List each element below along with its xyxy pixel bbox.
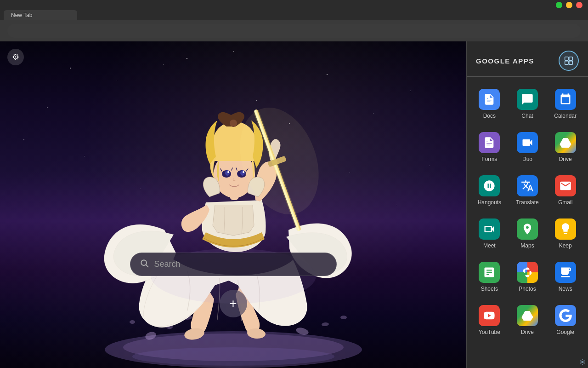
drive-icon: [555, 132, 576, 153]
tab-label: New Tab: [11, 12, 32, 18]
gmail-label: Gmail: [558, 199, 572, 206]
svg-point-22: [227, 171, 229, 173]
forms-label: Forms: [481, 156, 497, 162]
svg-point-33: [582, 361, 583, 363]
add-shortcut-button[interactable]: +: [220, 290, 247, 317]
browser-chrome: New Tab: [0, 0, 588, 41]
svg-point-7: [340, 316, 347, 319]
apps-grid: DocsChatCalendarFormsDuoDriveHangoutsTra…: [467, 84, 588, 340]
settings-button[interactable]: ⚙: [7, 49, 24, 65]
svg-point-20: [225, 170, 230, 176]
app-item-calendar[interactable]: Calendar: [548, 84, 582, 124]
docs-icon: [479, 89, 500, 110]
search-placeholder: Search: [154, 259, 181, 269]
svg-point-24: [132, 347, 334, 366]
svg-rect-29: [565, 57, 569, 61]
app-item-chat[interactable]: Chat: [510, 84, 545, 124]
green-light[interactable]: [556, 2, 562, 8]
drive-label: Drive: [559, 156, 572, 162]
gear-icon: ⚙: [12, 52, 19, 62]
app-item-sheets[interactable]: Sheets: [472, 257, 507, 297]
red-light[interactable]: [576, 2, 582, 8]
news-label: News: [559, 286, 572, 292]
duo-icon: [517, 132, 538, 153]
photos-icon: [517, 262, 538, 283]
meet-icon: [479, 218, 500, 240]
svg-point-17: [230, 120, 237, 127]
app-item-news[interactable]: News: [548, 257, 582, 297]
search-icon: [140, 259, 149, 270]
svg-rect-31: [565, 61, 569, 65]
apps-panel: GOOGLE APPS DocsChatCalendarFormsDuoDriv…: [466, 41, 588, 368]
app-item-youtube[interactable]: YouTube: [472, 300, 507, 340]
docs-label: Docs: [483, 113, 496, 119]
search-bar[interactable]: Search: [130, 253, 337, 276]
calendar-label: Calendar: [554, 113, 577, 119]
forms-icon: [479, 132, 500, 153]
app-item-duo[interactable]: Duo: [510, 127, 545, 167]
main-content: ⚙ Search + GOOGLE APPS: [0, 41, 588, 368]
app-item-maps[interactable]: Maps: [510, 214, 545, 253]
app-item-drive2[interactable]: Drive: [510, 300, 545, 340]
app-item-translate[interactable]: Translate: [510, 171, 545, 210]
sheets-icon: [479, 262, 500, 283]
youtube-icon: [479, 305, 500, 326]
app-item-google[interactable]: Google: [548, 300, 582, 340]
app-item-meet[interactable]: Meet: [472, 214, 507, 253]
hangouts-label: Hangouts: [478, 199, 501, 206]
address-bar[interactable]: [7, 24, 581, 38]
character-container: [96, 69, 371, 368]
apps-header: GOOGLE APPS: [467, 51, 588, 77]
news-icon: [555, 262, 576, 283]
browser-tab[interactable]: New Tab: [4, 10, 77, 20]
svg-point-6: [130, 320, 135, 324]
drive2-icon: [517, 305, 538, 326]
sheets-label: Sheets: [481, 286, 498, 292]
meet-label: Meet: [483, 242, 496, 249]
title-bar: [0, 0, 588, 10]
apps-title: GOOGLE APPS: [476, 57, 534, 65]
translate-icon: [517, 175, 538, 196]
apps-settings-button[interactable]: [559, 51, 579, 71]
svg-rect-32: [569, 61, 573, 65]
app-item-keep[interactable]: Keep: [548, 214, 582, 253]
calendar-icon: [555, 89, 576, 110]
maps-icon: [517, 218, 538, 240]
app-item-docs[interactable]: Docs: [472, 84, 507, 124]
traffic-lights: [556, 2, 582, 8]
google-icon: [555, 305, 576, 326]
keep-label: Keep: [559, 242, 572, 249]
wallpaper-panel: ⚙ Search +: [0, 41, 466, 368]
chat-icon: [517, 89, 538, 110]
maps-label: Maps: [520, 242, 534, 249]
app-item-drive[interactable]: Drive: [548, 127, 582, 167]
plus-icon: +: [229, 296, 237, 311]
tab-bar: New Tab: [0, 10, 588, 20]
translate-label: Translate: [516, 199, 539, 206]
youtube-label: YouTube: [479, 329, 500, 335]
hangouts-icon: [479, 175, 500, 196]
address-input[interactable]: [13, 28, 575, 34]
svg-line-28: [146, 265, 148, 267]
svg-point-5: [321, 322, 329, 326]
svg-rect-30: [569, 57, 573, 61]
keep-icon: [555, 218, 576, 240]
app-item-gmail[interactable]: Gmail: [548, 171, 582, 210]
search-container: Search: [130, 253, 337, 276]
app-item-photos[interactable]: Photos: [510, 257, 545, 297]
photos-label: Photos: [519, 286, 536, 292]
google-label: Google: [556, 329, 574, 335]
chat-label: Chat: [521, 113, 533, 119]
duo-label: Duo: [522, 156, 532, 162]
app-item-hangouts[interactable]: Hangouts: [472, 171, 507, 210]
app-item-forms[interactable]: Forms: [472, 127, 507, 167]
drive2-label: Drive: [521, 329, 534, 335]
yellow-light[interactable]: [566, 2, 572, 8]
gmail-icon: [555, 175, 576, 196]
